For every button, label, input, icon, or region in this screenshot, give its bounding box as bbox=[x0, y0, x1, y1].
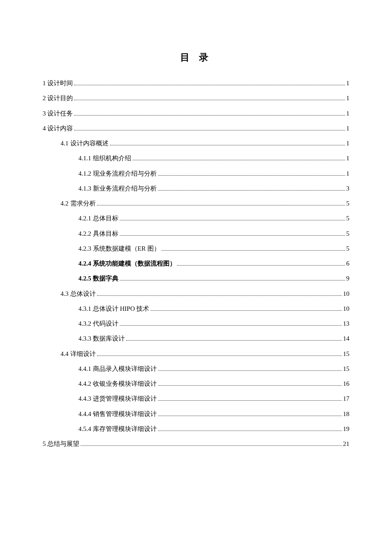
toc-leader-dots bbox=[120, 325, 342, 326]
toc-entry: 2 设计目的1 bbox=[43, 91, 349, 106]
toc-entry-page: 18 bbox=[343, 407, 349, 422]
toc-entry: 4.1.2 现业务流程介绍与分析1 bbox=[43, 166, 349, 181]
toc-entry-label: 4.1.3 新业务流程介绍与分析 bbox=[78, 181, 157, 196]
toc-entry-label: 4.4.4 销售管理模块详细设计 bbox=[78, 407, 157, 422]
toc-entry-page: 1 bbox=[346, 121, 350, 136]
toc-entry-page: 1 bbox=[346, 136, 350, 151]
toc-entry: 4 设计内容1 bbox=[43, 121, 349, 136]
toc-leader-dots bbox=[120, 280, 345, 280]
toc-entry-page: 13 bbox=[343, 316, 349, 331]
toc-entry: 4.2.1 总体目标5 bbox=[43, 211, 349, 226]
toc-entry-page: 1 bbox=[346, 151, 350, 166]
toc-entry-label: 4.3 总体设计 bbox=[61, 286, 96, 301]
toc-entry-label: 2 设计目的 bbox=[43, 91, 73, 106]
toc-leader-dots bbox=[74, 115, 345, 116]
toc-entry: 4.1 设计内容概述1 bbox=[43, 136, 349, 151]
toc-entry: 3 设计任务1 bbox=[43, 106, 349, 121]
toc-entry-page: 1 bbox=[346, 106, 350, 121]
toc-entry-page: 10 bbox=[343, 286, 349, 301]
toc-entry: 4.3.2 代码设计13 bbox=[43, 316, 349, 331]
toc-leader-dots bbox=[158, 400, 342, 401]
toc-entry-label: 4.5.4 库存管理模块详细设计 bbox=[78, 422, 157, 436]
toc-entry-page: 15 bbox=[343, 361, 349, 376]
toc-leader-dots bbox=[97, 205, 345, 205]
toc-entry-label: 4.3.3 数据库设计 bbox=[78, 331, 125, 346]
toc-entry: 5 总结与展望21 bbox=[43, 436, 349, 451]
toc-entry-page: 3 bbox=[346, 181, 350, 196]
toc-entry-page: 21 bbox=[343, 436, 349, 451]
toc-entry-page: 1 bbox=[346, 76, 350, 91]
toc-entry: 4.2 需求分析5 bbox=[43, 196, 349, 211]
toc-entry: 4.3 总体设计10 bbox=[43, 286, 349, 301]
document-page: 目 录 1 设计时间12 设计目的13 设计任务14 设计内容14.1 设计内容… bbox=[0, 0, 392, 451]
toc-entry-label: 4.1.2 现业务流程介绍与分析 bbox=[78, 166, 157, 181]
toc-entry-page: 14 bbox=[343, 331, 349, 346]
toc-entry-label: 4.4.3 进货管理模块详细设计 bbox=[78, 391, 157, 406]
toc-entry-page: 5 bbox=[346, 211, 350, 226]
toc-entry-label: 4.2 需求分析 bbox=[61, 196, 96, 211]
toc-leader-dots bbox=[97, 295, 342, 296]
toc-entry-label: 5 总结与展望 bbox=[43, 436, 79, 451]
toc-entry-label: 3 设计任务 bbox=[43, 106, 73, 121]
toc-entry-page: 1 bbox=[346, 166, 350, 181]
toc-entry: 4.3.1 总体设计 HIPO 技术10 bbox=[43, 301, 349, 316]
toc-entry: 4.5.4 库存管理模块详细设计19 bbox=[43, 422, 349, 436]
toc-entry: 4.2.3 系统数据建模（ER 图）5 bbox=[43, 241, 349, 256]
toc-entry-label: 4 设计内容 bbox=[43, 121, 73, 136]
toc-leader-dots bbox=[81, 445, 342, 446]
toc-entry-page: 15 bbox=[343, 347, 349, 361]
toc-entry-page: 17 bbox=[343, 391, 349, 406]
toc-entry-label: 1 设计时间 bbox=[43, 76, 73, 91]
toc-entry: 4.4.3 进货管理模块详细设计17 bbox=[43, 391, 349, 406]
toc-entry: 4.2.4 系统功能建模（数据流程图）6 bbox=[43, 256, 349, 271]
toc-entry: 4.1.3 新业务流程介绍与分析3 bbox=[43, 181, 349, 196]
toc-entry-label: 4.2.4 系统功能建模（数据流程图） bbox=[78, 256, 176, 271]
toc-entry: 4.3.3 数据库设计14 bbox=[43, 331, 349, 346]
toc-entry-label: 4.2.3 系统数据建模（ER 图） bbox=[78, 241, 160, 256]
toc-entry-page: 10 bbox=[343, 301, 349, 316]
toc-entry: 4.2.5 数据字典9 bbox=[43, 271, 349, 286]
toc-entry: 4.4.1 商品录入模块详细设计15 bbox=[43, 361, 349, 376]
toc-leader-dots bbox=[161, 250, 345, 251]
toc-entry-page: 16 bbox=[343, 376, 349, 391]
toc-entry-page: 6 bbox=[346, 256, 350, 271]
toc-entry-label: 4.2.1 总体目标 bbox=[78, 211, 118, 226]
toc-leader-dots bbox=[158, 431, 342, 431]
toc-entry-label: 4.4.1 商品录入模块详细设计 bbox=[78, 361, 157, 376]
toc-entry-page: 5 bbox=[346, 241, 350, 256]
toc-entry: 4.2.2 具体目标5 bbox=[43, 226, 349, 241]
toc-leader-dots bbox=[158, 190, 345, 191]
toc-leader-dots bbox=[74, 100, 345, 100]
toc-entry-page: 9 bbox=[346, 271, 350, 286]
toc-entry-page: 5 bbox=[346, 226, 350, 241]
toc-list: 1 设计时间12 设计目的13 设计任务14 设计内容14.1 设计内容概述14… bbox=[43, 76, 349, 451]
toc-entry-label: 4.2.5 数据字典 bbox=[78, 271, 118, 286]
toc-leader-dots bbox=[150, 310, 342, 311]
toc-leader-dots bbox=[74, 85, 345, 85]
toc-leader-dots bbox=[120, 235, 345, 236]
toc-entry-page: 1 bbox=[346, 91, 350, 106]
toc-entry: 4.1.1 组织机构介绍1 bbox=[43, 151, 349, 166]
toc-entry-page: 19 bbox=[343, 422, 349, 436]
toc-leader-dots bbox=[158, 416, 342, 416]
toc-entry: 4.4 详细设计15 bbox=[43, 347, 349, 361]
toc-entry-label: 4.3.1 总体设计 HIPO 技术 bbox=[78, 301, 149, 316]
toc-entry-label: 4.2.2 具体目标 bbox=[78, 226, 118, 241]
toc-entry-label: 4.1 设计内容概述 bbox=[61, 136, 109, 151]
toc-entry-label: 4.4.2 收银业务模块详细设计 bbox=[78, 376, 157, 391]
toc-entry-page: 5 bbox=[346, 196, 350, 211]
toc-entry-label: 4.3.2 代码设计 bbox=[78, 316, 118, 331]
toc-leader-dots bbox=[177, 265, 345, 266]
toc-leader-dots bbox=[158, 175, 345, 176]
toc-entry: 4.4.4 销售管理模块详细设计18 bbox=[43, 407, 349, 422]
toc-leader-dots bbox=[120, 220, 345, 220]
toc-leader-dots bbox=[158, 370, 342, 371]
toc-entry-label: 4.4 详细设计 bbox=[61, 347, 96, 361]
toc-leader-dots bbox=[110, 145, 345, 145]
toc-leader-dots bbox=[126, 340, 342, 341]
toc-leader-dots bbox=[158, 385, 342, 386]
toc-entry: 1 设计时间1 bbox=[43, 76, 349, 91]
toc-leader-dots bbox=[97, 356, 342, 356]
toc-title: 目 录 bbox=[43, 51, 349, 64]
toc-leader-dots bbox=[74, 130, 345, 130]
